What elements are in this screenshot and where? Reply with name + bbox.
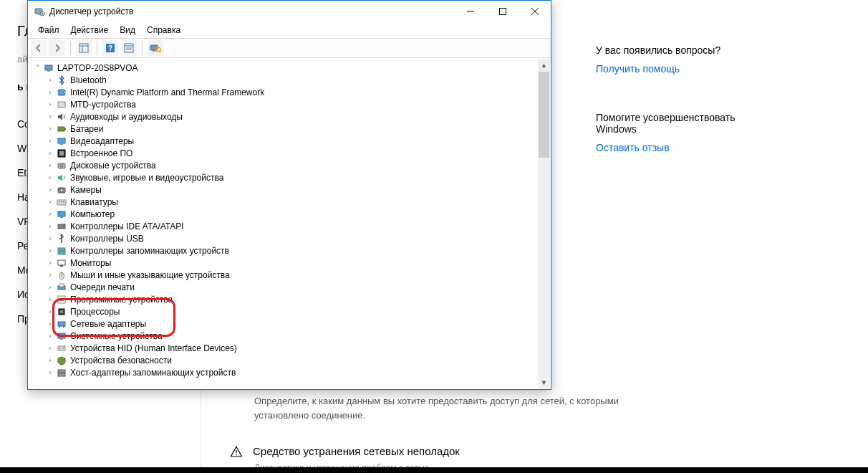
tree-item[interactable]: › Устройства HID (Human Interface Device…: [46, 342, 538, 354]
chevron-right-icon[interactable]: ›: [46, 173, 54, 181]
tree-item[interactable]: › Устройства безопасности: [46, 354, 538, 366]
menu-action[interactable]: Действие: [65, 23, 115, 37]
chevron-right-icon[interactable]: ›: [46, 113, 54, 120]
tree-item[interactable]: › Хост-адаптеры запоминающих устройств: [46, 366, 538, 378]
aside-feedback-link[interactable]: Оставить отзыв: [596, 142, 753, 153]
tree-item[interactable]: › MTD-устройства: [46, 98, 538, 110]
forward-button[interactable]: [49, 40, 65, 56]
back-button[interactable]: [31, 40, 47, 56]
tree-item-label: Камеры: [69, 185, 102, 195]
svg-rect-30: [58, 127, 64, 131]
svg-rect-42: [61, 201, 62, 203]
chevron-right-icon[interactable]: ›: [46, 198, 54, 206]
svg-text:?: ?: [108, 44, 112, 52]
chevron-right-icon[interactable]: ›: [46, 161, 54, 169]
chevron-right-icon[interactable]: ›: [46, 100, 54, 108]
taskbar[interactable]: [0, 467, 868, 473]
menu-file[interactable]: Файл: [32, 23, 65, 37]
tree-root[interactable]: ˅ LAPTOP-20S8PVOA: [33, 62, 538, 74]
chevron-right-icon[interactable]: ›: [46, 137, 54, 145]
tree-item[interactable]: › Процессоры: [46, 305, 538, 317]
tree-item[interactable]: › Встроенное ПО: [46, 147, 538, 159]
svg-rect-24: [59, 90, 64, 95]
sound-icon: [56, 172, 67, 183]
chevron-right-icon[interactable]: ›: [46, 210, 54, 218]
tree-item[interactable]: › Контроллеры USB: [46, 232, 538, 244]
minimize-button[interactable]: [454, 1, 486, 22]
chevron-down-icon[interactable]: ˅: [33, 64, 42, 72]
chevron-right-icon[interactable]: ›: [46, 222, 54, 230]
tree-item[interactable]: › Очереди печати: [46, 281, 538, 293]
tree-item[interactable]: › Звуковые, игровые и видеоустройства: [46, 171, 538, 183]
toolbar: ?: [28, 38, 551, 58]
maximize-button[interactable]: [486, 1, 519, 22]
usb-icon: [56, 233, 67, 244]
svg-rect-65: [59, 326, 60, 328]
tree-item[interactable]: › Контроллеры IDE ATA/ATAPI: [46, 220, 538, 232]
tree-item[interactable]: › Системные устройства: [46, 330, 538, 342]
chevron-right-icon[interactable]: ›: [46, 259, 54, 267]
tree-item-label: Хост-адаптеры запоминающих устройств: [69, 368, 236, 378]
scroll-down-button[interactable]: ▼: [538, 376, 550, 388]
tree-item[interactable]: › Bluetooth: [46, 74, 538, 86]
tree-item[interactable]: › Батареи: [46, 123, 538, 135]
storage-icon: [56, 245, 67, 257]
cpu-icon: [56, 306, 67, 317]
tree-item[interactable]: › Intel(R) Dynamic Platform and Thermal …: [46, 86, 538, 98]
tree-item[interactable]: › Камеры: [46, 183, 538, 196]
tree-item[interactable]: › Дисковые устройства: [46, 159, 538, 171]
properties-button[interactable]: [121, 40, 137, 56]
tree-item-label: Контроллеры IDE ATA/ATAPI: [69, 221, 184, 231]
chevron-right-icon[interactable]: ›: [46, 283, 54, 291]
chevron-right-icon[interactable]: ›: [46, 125, 54, 133]
tree-item[interactable]: › Контроллеры запоминающих устройств: [46, 244, 538, 257]
toolbar-separator: [97, 41, 97, 55]
tree-item[interactable]: › Программные устройства: [46, 293, 538, 305]
tree-item[interactable]: › Мониторы: [46, 257, 538, 269]
chevron-right-icon[interactable]: ›: [46, 344, 54, 352]
tree-item[interactable]: › Мыши и иные указывающие устройства: [46, 269, 538, 281]
tree-item[interactable]: › Компьютер: [46, 208, 538, 220]
scroll-up-button[interactable]: ▲: [538, 59, 550, 71]
svg-rect-73: [58, 373, 65, 376]
chevron-right-icon[interactable]: ›: [46, 332, 54, 340]
tree-item[interactable]: › Сетевые адаптеры: [46, 317, 538, 330]
printq-icon: [56, 282, 67, 293]
tree-item-label: Контроллеры запоминающих устройств: [69, 246, 229, 256]
aside-help-link[interactable]: Получить помощь: [596, 63, 753, 75]
tree-item-label: Сетевые адаптеры: [69, 319, 146, 329]
titlebar[interactable]: Диспетчер устройств: [28, 1, 551, 22]
chevron-right-icon[interactable]: ›: [46, 307, 54, 315]
svg-rect-32: [58, 138, 65, 143]
chevron-right-icon[interactable]: ›: [46, 149, 54, 157]
chevron-right-icon[interactable]: ›: [46, 356, 54, 364]
chevron-right-icon[interactable]: ›: [46, 368, 54, 376]
tree-item-label: Устройства HID (Human Interface Devices): [69, 343, 237, 353]
vertical-scrollbar[interactable]: ▲ ▼: [538, 59, 550, 388]
chevron-right-icon[interactable]: ›: [46, 295, 54, 303]
monitor-icon: [56, 257, 67, 269]
chevron-right-icon[interactable]: ›: [46, 247, 54, 254]
tree-item[interactable]: › Видеоадаптеры: [46, 135, 538, 147]
show-hide-tree-button[interactable]: [76, 40, 92, 56]
svg-rect-31: [64, 128, 66, 130]
mouse-icon: [56, 269, 67, 281]
chevron-right-icon[interactable]: ›: [46, 186, 54, 194]
tree-item[interactable]: › Аудиовходы и аудиовыходы: [46, 110, 538, 123]
menu-help[interactable]: Справка: [141, 23, 186, 37]
keyboard-icon: [56, 196, 67, 208]
device-tree[interactable]: ˅ LAPTOP-20S8PVOA› Bluetooth› Intel(R) D…: [29, 59, 538, 388]
chevron-right-icon[interactable]: ›: [46, 320, 54, 328]
video-icon: [56, 135, 67, 147]
menu-view[interactable]: Вид: [114, 23, 141, 37]
chevron-right-icon[interactable]: ›: [46, 234, 54, 242]
chevron-right-icon[interactable]: ›: [46, 88, 54, 96]
scroll-thumb[interactable]: [539, 72, 549, 158]
close-button[interactable]: [519, 1, 551, 22]
tree-item[interactable]: › Клавиатуры: [46, 196, 538, 208]
troubleshoot-row[interactable]: Средство устранения сетевых неполадок: [230, 444, 639, 460]
scan-hardware-button[interactable]: [148, 40, 163, 56]
chevron-right-icon[interactable]: ›: [46, 76, 54, 84]
chevron-right-icon[interactable]: ›: [46, 271, 54, 279]
help-button[interactable]: ?: [102, 40, 118, 56]
